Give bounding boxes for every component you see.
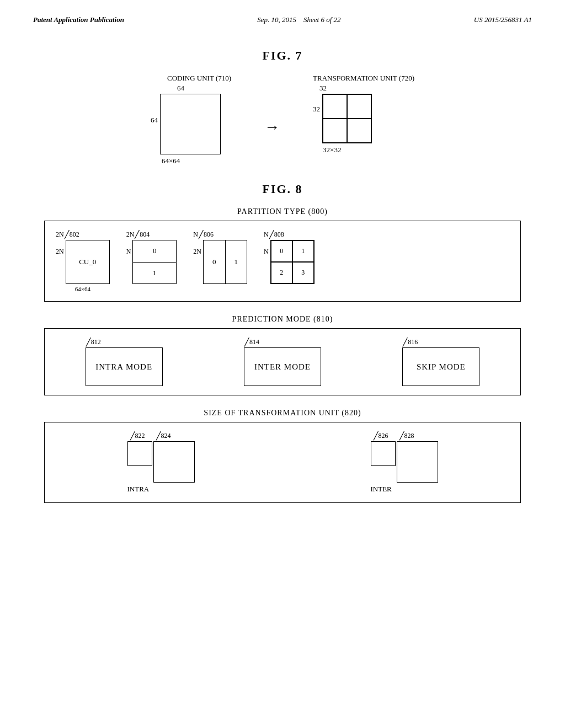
transform-intra-group: ╱ 822 ╱ 824 INTRA <box>127 431 195 494</box>
transform-intra-label: INTRA <box>127 485 150 494</box>
fig7-diagram: CODING UNIT (710) 64 64 64×64 → TRANSFOR… <box>44 74 521 165</box>
fig8-title: FIG. 8 <box>44 182 521 196</box>
partition-804-box: 0 1 <box>132 240 177 284</box>
transform-size-row: ╱ 822 ╱ 824 INTRA <box>56 431 509 494</box>
partition-804-side: N <box>126 248 131 256</box>
pred-item-816: ╱ 816 SKIP MODE <box>402 338 479 386</box>
partition-item-806: N ╱ 806 2N 0 1 <box>193 230 247 284</box>
partition-808-box: 0 1 2 3 <box>270 240 315 284</box>
transform-unit-label: TRANSFORMATION UNIT (720) <box>313 74 414 83</box>
coding-unit-side-num: 64 <box>151 116 158 125</box>
transform-size-box: ╱ 822 ╱ 824 INTRA <box>44 422 521 503</box>
transform-822-box <box>127 441 152 466</box>
coding-unit-bottom-label: 64×64 <box>162 157 180 165</box>
coding-unit-label: CODING UNIT (710) <box>167 74 231 83</box>
partition-802-side: 2N <box>56 248 64 256</box>
transform-824-box <box>153 441 195 483</box>
pred-item-812: ╱ 812 INTRA MODE <box>86 338 163 386</box>
partition-802-box: CU_0 <box>66 240 110 284</box>
partition-806-box: 0 1 <box>203 240 247 284</box>
intra-mode-box: INTRA MODE <box>86 347 163 386</box>
fig7-title: FIG. 7 <box>44 49 521 63</box>
partition-item-808: N ╱ 808 N 0 1 2 3 <box>264 230 315 284</box>
transform-side-32: 32 <box>313 105 320 114</box>
partition-item-804: 2N ╱ 804 N 0 1 <box>126 230 177 284</box>
prediction-mode-box: ╱ 812 INTRA MODE ╱ 814 INTER MODE ╱ 816 <box>44 328 521 395</box>
coding-unit-top-num: 64 <box>177 84 184 93</box>
transform-unit-box <box>322 94 372 143</box>
transform-inter-label: INTER <box>371 485 392 494</box>
transform-828-box <box>397 441 438 483</box>
transform-top-32: 32 <box>319 84 327 93</box>
partition-806-side: 2N <box>193 248 201 256</box>
partition-808-side: N <box>264 248 269 256</box>
header-center: Sep. 10, 2015 Sheet 6 of 22 <box>257 15 340 24</box>
partition-type-title: PARTITION TYPE (800) <box>44 207 521 216</box>
transform-inter-group: ╱ 826 ╱ 828 INTER <box>371 431 438 494</box>
header-left: Patent Application Publication <box>33 15 124 24</box>
prediction-mode-title: PREDICTION MODE (810) <box>44 315 521 324</box>
partition-802-bottom: 64×64 <box>56 286 110 292</box>
prediction-row: ╱ 812 INTRA MODE ╱ 814 INTER MODE ╱ 816 <box>56 338 509 386</box>
header-right: US 2015/256831 A1 <box>474 15 532 24</box>
fig7-arrow: → <box>264 118 280 136</box>
partition-type-box: 2N ╱ 802 2N CU_0 64×64 2N ╱ 804 N <box>44 221 521 302</box>
inter-mode-box: INTER MODE <box>244 347 321 386</box>
skip-mode-box: SKIP MODE <box>402 347 479 386</box>
partition-row: 2N ╱ 802 2N CU_0 64×64 2N ╱ 804 N <box>56 230 509 292</box>
page-header: Patent Application Publication Sep. 10, … <box>0 0 565 24</box>
main-content: FIG. 7 CODING UNIT (710) 64 64 64×64 → T… <box>0 24 565 538</box>
transform-size-title: SIZE OF TRANSFORMATION UNIT (820) <box>44 409 521 417</box>
transform-bottom-label: 32×32 <box>323 146 341 154</box>
pred-item-814: ╱ 814 INTER MODE <box>244 338 321 386</box>
transform-826-box <box>371 441 396 466</box>
partition-item-802: 2N ╱ 802 2N CU_0 64×64 <box>56 230 110 292</box>
coding-unit-box <box>160 94 221 154</box>
